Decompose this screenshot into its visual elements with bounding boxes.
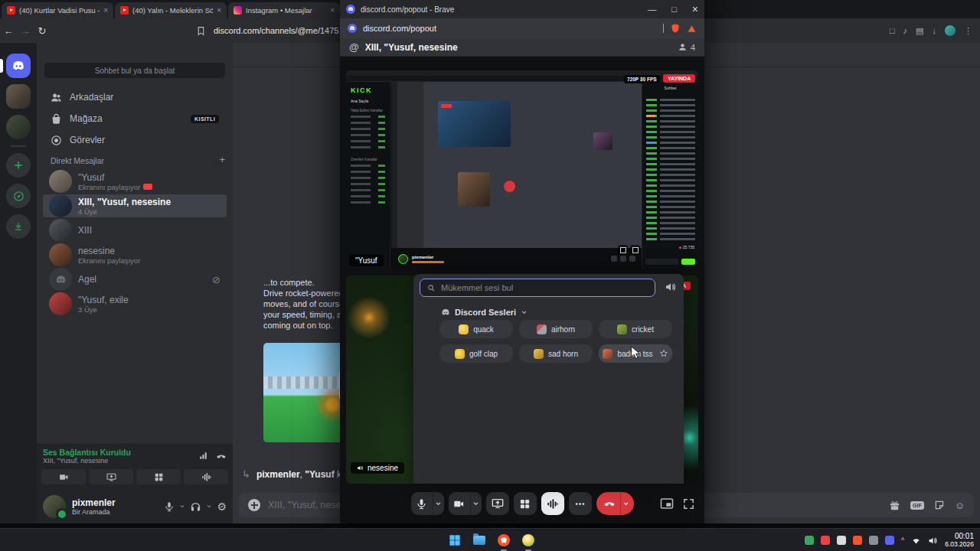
brave-browser-icon[interactable] — [495, 532, 512, 549]
dm-item-group-selected[interactable]: XIII, "Yusuf, nesesine 4 Üye — [43, 194, 227, 217]
create-dm-icon[interactable]: + — [219, 156, 225, 165]
mic-options-chevron[interactable] — [433, 492, 444, 515]
profile-avatar[interactable] — [945, 25, 956, 36]
explore-button[interactable] — [6, 184, 31, 208]
soundboard-search-input[interactable]: Mükemmel sesi bul — [420, 279, 655, 297]
brave-shield-icon[interactable] — [670, 23, 681, 34]
camera-options-chevron[interactable] — [470, 492, 482, 515]
close-button[interactable]: × — [692, 3, 698, 15]
volume-icon[interactable] — [928, 536, 938, 546]
popout-address-bar[interactable]: discord.com/popout — [363, 24, 436, 33]
browser-tab-instagram[interactable]: Instagram • Mesajlar × — [228, 2, 340, 18]
tray-app-icon[interactable] — [821, 536, 830, 545]
camera-button[interactable] — [41, 469, 86, 484]
settings-gear-icon[interactable]: ⚙ — [217, 500, 227, 513]
mic-button[interactable] — [411, 492, 444, 515]
chevron-down-icon[interactable] — [206, 504, 212, 510]
tray-app-icon[interactable] — [885, 536, 894, 545]
headphones-icon[interactable] — [190, 501, 201, 513]
file-explorer-icon[interactable] — [471, 532, 488, 549]
minimize-button[interactable]: — — [648, 5, 656, 14]
fullscreen-button[interactable] — [682, 497, 695, 510]
server-avatar[interactable] — [6, 115, 31, 139]
dm-item-yusuf[interactable]: "Yusuf Ekranını paylaşıyor — [43, 170, 227, 193]
sound-button-cricket[interactable]: cricket — [599, 320, 672, 338]
conversation-search-button[interactable]: Sohbet bul ya da başlat — [44, 63, 225, 78]
hangup-button[interactable] — [596, 492, 634, 515]
tray-app-icon[interactable] — [853, 536, 862, 545]
entrance-sound-icon[interactable] — [665, 281, 677, 293]
brave-rewards-icon[interactable] — [687, 24, 697, 34]
download-icon[interactable]: ↓ — [933, 26, 937, 35]
soundboard-toggle-button[interactable] — [541, 492, 564, 515]
tray-app-icon[interactable] — [805, 536, 814, 545]
soundboard-button[interactable] — [184, 469, 228, 484]
camera-button[interactable] — [449, 492, 482, 515]
stream-pip-icon[interactable] — [618, 245, 628, 255]
add-server-button[interactable] — [6, 153, 31, 178]
dm-item-yusuf-exile[interactable]: "Yusuf, exile 3 Üye — [43, 292, 227, 315]
activities-button[interactable] — [136, 469, 181, 484]
dm-name: nesesine — [78, 246, 140, 256]
disconnect-icon[interactable] — [216, 451, 227, 461]
user-avatar[interactable] — [43, 495, 66, 518]
back-button[interactable]: ← — [0, 25, 17, 37]
download-apps-button[interactable] — [6, 214, 31, 239]
tray-overflow-chevron[interactable]: ^ — [901, 536, 904, 544]
sidebar-icon[interactable]: ▤ — [916, 26, 923, 36]
dm-item-agel[interactable]: Agel ⊘ — [43, 268, 227, 291]
screenshare-stream-tile[interactable]: KICK Ana Sayfa Takip Edilen Kanallar Öne… — [346, 70, 698, 269]
close-tab-icon[interactable]: × — [217, 6, 221, 15]
sticker-icon[interactable] — [934, 500, 945, 510]
menu-icon[interactable]: ⋮ — [964, 26, 972, 36]
screenshare-button[interactable] — [89, 469, 133, 484]
attach-plus-icon[interactable] — [248, 499, 260, 511]
address-bar[interactable]: discord.com/channels/@me/1475 — [214, 26, 338, 35]
soundboard-category[interactable]: Discord Sesleri — [441, 308, 528, 317]
browser-tab-youtube-1[interactable]: (40) Kurtlar Vadisi Pusu - 191. Bölüm × — [2, 2, 113, 18]
tray-app-icon[interactable] — [869, 536, 878, 545]
gif-icon[interactable]: GIF — [910, 501, 924, 510]
close-tab-icon[interactable]: × — [330, 6, 335, 15]
hangup-options-chevron[interactable] — [620, 492, 632, 515]
sidebar-item-quests[interactable]: Görevler — [43, 130, 227, 150]
live-badge — [143, 184, 152, 190]
members-icon[interactable] — [678, 42, 688, 52]
clock[interactable]: 00:01 6.03.2026 — [945, 533, 974, 548]
mic-icon[interactable] — [164, 501, 175, 512]
sound-button-airhorn[interactable]: airhorn — [519, 320, 593, 338]
sound-button-sad-horn[interactable]: sad horn — [519, 344, 593, 363]
popout-titlebar[interactable]: discord.com/popout - Brave — □ × — [340, 0, 704, 18]
discord-home-button[interactable] — [6, 54, 31, 78]
browser-tab-youtube-2[interactable]: (40) Yalın - Meleklerin Sözü Var # × — [115, 2, 227, 18]
forward-button[interactable]: → — [17, 25, 34, 37]
bookmark-icon[interactable] — [196, 26, 206, 36]
more-options-button[interactable] — [569, 492, 592, 515]
panel-icon[interactable]: □ — [890, 26, 895, 35]
start-button[interactable] — [446, 532, 463, 549]
message-user[interactable]: pixmenler — [256, 469, 300, 480]
screenshare-button[interactable] — [486, 492, 509, 515]
activities-button[interactable] — [514, 492, 537, 515]
stream-expand-icon[interactable] — [630, 245, 640, 255]
server-avatar[interactable] — [6, 84, 31, 109]
sidebar-item-shop[interactable]: Mağaza KISITLI — [43, 109, 227, 129]
favorite-star-icon[interactable] — [659, 349, 668, 358]
emoji-icon[interactable]: ☺ — [955, 500, 965, 510]
close-tab-icon[interactable]: × — [103, 6, 108, 15]
sound-button-quack[interactable]: quack — [439, 320, 513, 338]
pip-button[interactable] — [660, 497, 674, 510]
dm-item-xiii[interactable]: XIII — [43, 219, 227, 242]
reload-button[interactable]: ↻ — [34, 25, 51, 37]
sidebar-item-friends[interactable]: Arkadaşlar — [43, 87, 227, 107]
gift-icon[interactable] — [889, 500, 900, 511]
dm-item-nesesine[interactable]: nesesine Ekranını paylaşıyor — [43, 243, 227, 266]
message-user[interactable]: "Yusuf — [305, 469, 334, 480]
sound-button-golf-clap[interactable]: golf clap — [439, 344, 513, 363]
chevron-down-icon[interactable] — [179, 504, 185, 510]
media-icon[interactable]: ♪ — [903, 26, 908, 35]
maximize-button[interactable]: □ — [671, 5, 677, 14]
tray-app-icon[interactable] — [837, 536, 846, 545]
wifi-icon[interactable] — [911, 536, 921, 546]
app-icon[interactable] — [520, 532, 537, 549]
